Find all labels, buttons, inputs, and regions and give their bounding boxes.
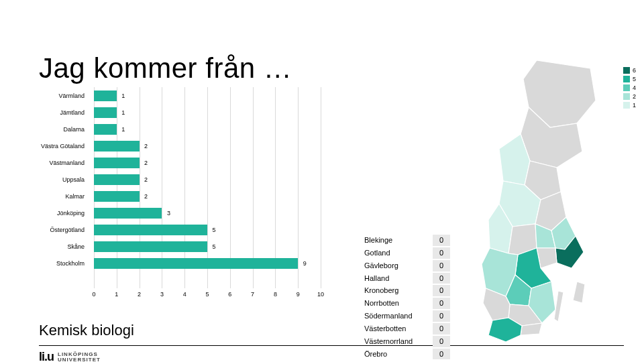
- bar-row: Västra Götaland2: [94, 137, 321, 154]
- zero-value: 0: [433, 260, 450, 272]
- bar-label: Stockholm: [11, 260, 85, 267]
- x-tick: 6: [228, 291, 231, 298]
- zero-label: Blekinge: [364, 235, 431, 246]
- table-row: Norrbotten0: [364, 298, 450, 309]
- x-tick: 5: [205, 291, 209, 298]
- zero-label: Gotland: [364, 247, 431, 259]
- bar-value: 1: [121, 109, 125, 116]
- legend-item: 5: [623, 76, 636, 82]
- zero-value: 0: [433, 310, 450, 322]
- bar: [94, 124, 117, 135]
- logo-mark: li.u: [39, 350, 54, 362]
- legend-swatch: [623, 93, 630, 100]
- zero-label: Norrbotten: [364, 298, 431, 309]
- zero-value: 0: [433, 273, 450, 284]
- bar-label: Östergötland: [11, 227, 85, 233]
- bar: [94, 90, 117, 101]
- zero-value: 0: [433, 336, 450, 347]
- bar-label: Skåne: [11, 243, 85, 250]
- bar-row: Västmanland2: [94, 154, 321, 171]
- legend-item: 4: [623, 84, 636, 91]
- bar-label: Jämtland: [11, 109, 85, 116]
- legend-label: 6: [633, 67, 636, 74]
- bar-value: 1: [121, 93, 125, 99]
- bar-label: Värmland: [11, 93, 85, 99]
- legend: 65421: [623, 67, 636, 111]
- zero-label: Halland: [364, 273, 431, 284]
- x-tick: 8: [274, 291, 277, 298]
- bar-value: 5: [212, 227, 215, 233]
- bar-row: Skåne5: [94, 238, 321, 255]
- table-row: Västernorrland0: [364, 336, 450, 347]
- bar-value: 9: [303, 260, 307, 267]
- map-region-gotland: [573, 282, 585, 303]
- bar: [94, 158, 140, 168]
- bar: [94, 258, 298, 269]
- legend-label: 1: [633, 102, 636, 109]
- bar-row: Värmland1: [94, 87, 321, 104]
- bar-label: Jönköping: [11, 210, 85, 217]
- legend-item: 2: [623, 93, 636, 100]
- x-tick: 10: [317, 291, 324, 298]
- bar-value: 2: [144, 160, 148, 166]
- divider: [39, 345, 624, 346]
- bar-row: Uppsala2: [94, 171, 321, 188]
- bar-row: Stockholm9: [94, 255, 321, 272]
- x-tick: 3: [160, 291, 164, 298]
- bar: [94, 208, 162, 219]
- bar-value: 3: [167, 210, 170, 217]
- x-tick: 7: [251, 291, 254, 298]
- table-row: Blekinge0: [364, 235, 450, 246]
- bar-value: 2: [144, 143, 148, 149]
- bar: [94, 191, 140, 202]
- x-tick: 4: [183, 291, 186, 298]
- bar: [94, 174, 140, 185]
- zero-label: Västerbotten: [364, 323, 431, 335]
- table-row: Kronoberg0: [364, 285, 450, 296]
- zero-value: 0: [433, 235, 450, 246]
- page-title: Jag kommer från …: [39, 52, 292, 84]
- legend-label: 4: [633, 84, 636, 91]
- table-row: Södermanland0: [364, 310, 450, 322]
- logo-uni: LINKÖPINGSUNIVERSITET: [58, 352, 101, 363]
- bar-label: Dalarna: [11, 126, 85, 133]
- bar-label: Västra Götaland: [11, 143, 85, 149]
- map-region-oland: [554, 291, 564, 322]
- bar-label: Uppsala: [11, 176, 85, 183]
- bar-value: 2: [144, 176, 148, 183]
- zero-label: Gävleborg: [364, 260, 431, 272]
- legend-label: 2: [633, 93, 636, 100]
- legend-item: 6: [623, 67, 636, 74]
- subtitle: Kemisk biologi: [39, 322, 134, 339]
- sweden-map: [476, 60, 617, 342]
- bar: [94, 241, 207, 252]
- zero-label: Kronoberg: [364, 285, 431, 296]
- x-tick: 9: [297, 291, 300, 298]
- bar: [94, 141, 140, 152]
- zero-label: Örebro: [364, 349, 431, 360]
- bar: [94, 225, 207, 235]
- bar-label: Kalmar: [11, 193, 85, 200]
- table-row: Halland0: [364, 273, 450, 284]
- zero-value: 0: [433, 323, 450, 335]
- bar-row: Jämtland1: [94, 104, 321, 121]
- x-tick: 1: [115, 291, 118, 298]
- table-row: Örebro0: [364, 349, 450, 360]
- zero-table: Blekinge0Gotland0Gävleborg0Halland0Krono…: [362, 233, 451, 361]
- bar-value: 1: [121, 126, 125, 133]
- table-row: Västerbotten0: [364, 323, 450, 335]
- bar-chart: Värmland1Jämtland1Dalarna1Västra Götalan…: [39, 87, 327, 302]
- bar-value: 5: [212, 243, 215, 250]
- x-tick: 0: [92, 291, 95, 298]
- table-row: Gävleborg0: [364, 260, 450, 272]
- zero-label: Västernorrland: [364, 336, 431, 347]
- zero-value: 0: [433, 349, 450, 360]
- zero-value: 0: [433, 285, 450, 296]
- zero-value: 0: [433, 298, 450, 309]
- bar-value: 2: [144, 193, 148, 200]
- bar: [94, 107, 117, 118]
- legend-swatch: [623, 102, 630, 109]
- legend-swatch: [623, 84, 630, 91]
- zero-label: Södermanland: [364, 310, 431, 322]
- bar-row: Kalmar2: [94, 188, 321, 204]
